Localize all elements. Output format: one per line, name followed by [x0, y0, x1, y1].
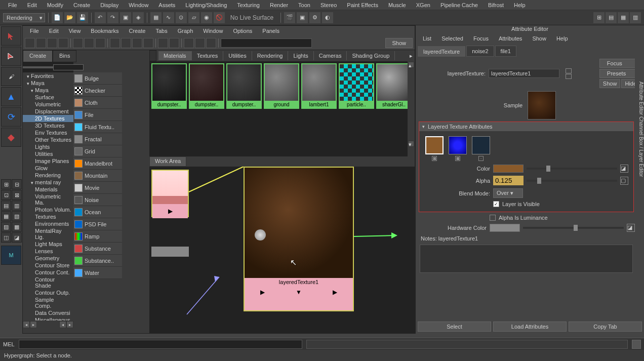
attr-menu-show[interactable]: Show [527, 34, 551, 43]
tree-item[interactable]: Maya [23, 87, 73, 94]
hs-show-button[interactable]: Show [385, 38, 413, 48]
menu-create[interactable]: Create [68, 1, 95, 9]
lasso-tool[interactable] [1, 47, 21, 66]
blend-mode-select[interactable]: Over ▾ [493, 188, 523, 198]
scroll-down-icon[interactable]: ▾ [408, 141, 414, 147]
hs-menu-graph[interactable]: Graph [173, 27, 198, 35]
layout-10-icon[interactable]: ▩ [12, 222, 22, 232]
hs-tool-12[interactable] [158, 38, 168, 48]
move-tool[interactable]: ▲ [1, 87, 21, 106]
node-expand-icon[interactable]: ▼ [296, 289, 302, 296]
ui-toggle-3-icon[interactable]: ▦ [618, 12, 629, 23]
layout-8-icon[interactable]: ▧ [12, 211, 22, 221]
node-input-icon[interactable]: ▶ [260, 289, 265, 296]
attr-tab-file1[interactable]: file1 [495, 46, 516, 57]
layer-swatch[interactable]: ⊠ [448, 136, 468, 161]
hs-search-input[interactable] [221, 38, 312, 48]
menu-pipelinecache[interactable]: Pipeline Cache [435, 1, 483, 9]
hs-menu-view[interactable]: View [64, 27, 86, 35]
hs-tool-13[interactable] [169, 38, 179, 48]
menu-display[interactable]: Display [95, 1, 124, 9]
tree-item[interactable]: Other Textures [23, 136, 73, 143]
layout-5-icon[interactable]: ▤ [1, 200, 11, 211]
texture-type-item[interactable]: Fractal [73, 133, 122, 145]
work-area-canvas[interactable]: ▶ [149, 167, 415, 333]
texture-type-item[interactable]: Water [73, 267, 122, 279]
texture-type-item[interactable]: Bulge [73, 72, 122, 85]
tab-lights[interactable]: Lights [288, 51, 313, 60]
hs-tool-15[interactable] [195, 38, 205, 48]
tree-item[interactable]: 3D Textures [23, 122, 73, 129]
scale-tool[interactable]: ◆ [1, 128, 21, 147]
hs-tool-14[interactable] [184, 38, 194, 48]
material-swatch[interactable]: dumpster.. [151, 63, 187, 109]
notes-textarea[interactable] [420, 245, 633, 273]
scroll-left2-icon[interactable]: ◂ [59, 321, 66, 328]
ui-toggle-2-icon[interactable]: ▤ [606, 12, 617, 23]
layout-4-icon[interactable]: ⊠ [12, 190, 22, 200]
node-output-icon[interactable]: ▶ [333, 289, 337, 296]
tree-item[interactable]: Lights [23, 143, 73, 150]
paint-tool[interactable]: 🖌 [1, 67, 21, 86]
hs-menu-window[interactable]: Window [198, 27, 228, 35]
alpha-luminance-checkbox[interactable] [490, 215, 496, 221]
mel-input[interactable] [19, 340, 302, 349]
layout-2-icon[interactable]: ⊟ [12, 179, 22, 189]
color-swatch[interactable] [493, 165, 524, 173]
redo-icon[interactable]: ↷ [107, 12, 118, 23]
attr-menu-focus[interactable]: Focus [468, 34, 494, 43]
scroll-left-icon[interactable]: ◂ [23, 321, 30, 328]
rotate-tool[interactable]: ⟳ [1, 107, 21, 127]
menu-window[interactable]: Window [124, 1, 153, 9]
copy-tab-button[interactable]: Copy Tab [569, 322, 642, 332]
texture-type-item[interactable]: Noise [73, 194, 122, 206]
alpha-slider[interactable] [527, 180, 617, 182]
hs-tool-3[interactable] [47, 38, 57, 48]
swatch-scrollbar[interactable]: ▴ ▾ [408, 61, 415, 156]
tab-textures[interactable]: Textures [192, 51, 224, 60]
hs-menu-options[interactable]: Options [228, 27, 257, 35]
tab-cameras[interactable]: Cameras [314, 51, 347, 60]
node-name-input[interactable]: layeredTexture1 [489, 69, 559, 78]
tree-item[interactable]: Surface [23, 94, 73, 101]
texture-type-item[interactable]: Ocean [73, 206, 122, 218]
tree-item[interactable]: MentalRay Lig. [23, 227, 73, 240]
color-slider[interactable] [527, 168, 617, 170]
focus-button[interactable]: Focus [599, 59, 640, 68]
tree-item[interactable]: Photon Volum. [23, 206, 73, 213]
tree-item[interactable]: Contour Outp. [23, 289, 73, 296]
texture-type-item[interactable]: File [73, 109, 122, 121]
alpha-input[interactable] [493, 176, 524, 185]
render-settings-icon[interactable]: ⚙ [309, 12, 320, 23]
ui-toggle-4-icon[interactable]: ▥ [630, 12, 641, 23]
create-slider[interactable] [23, 62, 73, 72]
menu-muscle[interactable]: Muscle [383, 1, 411, 9]
scroll-right-icon[interactable]: ▸ [30, 321, 37, 328]
ipr-icon[interactable]: ▣ [297, 12, 308, 23]
menu-toon[interactable]: Toon [293, 1, 315, 9]
tree-item[interactable]: Light Maps [23, 240, 73, 248]
tab-create[interactable]: Create [23, 50, 53, 62]
layout-11-icon[interactable]: ◫ [1, 232, 11, 243]
layout-3-icon[interactable]: ⊡ [1, 190, 11, 200]
script-editor-icon[interactable] [632, 340, 641, 349]
nav-up-icon[interactable] [566, 68, 572, 73]
tree-item[interactable]: Contour Shade [23, 276, 73, 289]
hs-menu-edit[interactable]: Edit [44, 27, 64, 35]
hs-menu-file[interactable]: File [25, 27, 44, 35]
show-button[interactable]: Show [599, 79, 621, 88]
tab-rendering[interactable]: Rendering [252, 51, 289, 60]
tree-item[interactable]: Contour Store [23, 262, 73, 269]
hs-tool-5[interactable] [73, 38, 83, 48]
texture-type-item[interactable]: Substance.. [73, 255, 122, 267]
hs-tool-8[interactable] [110, 38, 120, 48]
texture-type-item[interactable]: Mountain [73, 170, 122, 182]
tree-item[interactable]: Env Textures [23, 129, 73, 136]
hs-tool-6[interactable] [84, 38, 94, 48]
layout-9-icon[interactable]: ▨ [1, 222, 11, 232]
tree-item[interactable]: Rendering [23, 172, 73, 179]
texture-node-strip[interactable] [151, 247, 189, 257]
texture-type-item[interactable]: Grid [73, 145, 122, 157]
layout-1-icon[interactable]: ⊞ [1, 179, 11, 189]
material-swatch[interactable]: dumpster.. [226, 63, 262, 109]
